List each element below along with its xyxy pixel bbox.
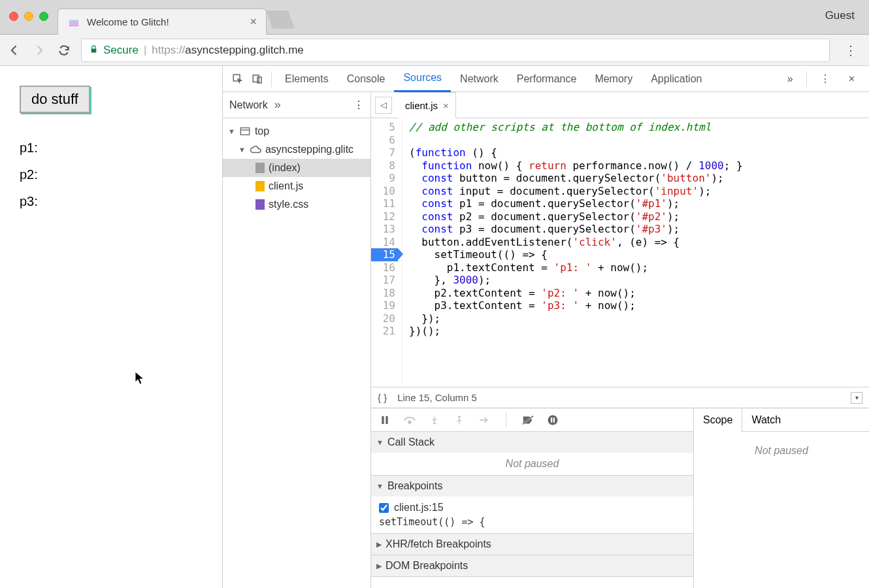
- call-stack-header[interactable]: ▼Call Stack: [371, 432, 693, 453]
- close-window-button[interactable]: [9, 12, 18, 21]
- xhr-breakpoints-header[interactable]: ▶XHR/fetch Breakpoints: [371, 534, 693, 555]
- breakpoints-header[interactable]: ▼Breakpoints: [371, 476, 693, 497]
- call-stack-section: ▼Call Stack Not paused: [371, 432, 693, 476]
- format-button[interactable]: { }: [378, 392, 387, 403]
- deactivate-breakpoints-button[interactable]: [521, 415, 535, 425]
- navigator-menu-button[interactable]: ⋮: [353, 99, 364, 111]
- lock-icon: [90, 44, 98, 56]
- p2-text: p2:: [20, 167, 203, 182]
- step-out-button[interactable]: [452, 414, 467, 426]
- pause-on-exceptions-button[interactable]: [546, 414, 560, 426]
- do-stuff-button[interactable]: do stuff: [20, 86, 90, 113]
- url-text: https://asyncstepping.glitch.me: [152, 44, 303, 57]
- device-toggle-icon[interactable]: [248, 73, 267, 85]
- file-icon: [255, 163, 265, 173]
- tree-root[interactable]: ▼ top: [223, 122, 370, 140]
- pause-button[interactable]: [378, 415, 392, 425]
- breakpoint-snippet: setTimeout(() => {: [379, 514, 685, 528]
- secure-label: Secure: [103, 44, 139, 57]
- devtools-tab-console[interactable]: Console: [338, 66, 395, 92]
- file-name: (index): [269, 162, 301, 174]
- breakpoints-section: ▼Breakpoints client.js:15 setTimeout(() …: [371, 476, 693, 534]
- back-button[interactable]: [7, 42, 22, 58]
- editor-file-tab[interactable]: client.js ×: [399, 92, 456, 118]
- titlebar: Welcome to Glitch! × Guest: [0, 0, 869, 35]
- svg-rect-0: [69, 22, 78, 25]
- devtools-tabs: ElementsConsoleSourcesNetworkPerformance…: [223, 66, 869, 92]
- profile-label[interactable]: Guest: [811, 0, 869, 31]
- chevron-down-icon: ▼: [228, 127, 235, 135]
- svg-rect-6: [240, 128, 249, 135]
- maximize-window-button[interactable]: [39, 12, 48, 21]
- file-row[interactable]: style.css: [223, 195, 370, 214]
- minimize-window-button[interactable]: [24, 12, 33, 21]
- tree-domain-label: asyncstepping.glitc: [265, 144, 353, 155]
- cloud-icon: [250, 145, 261, 154]
- editor-status: { } Line 15, Column 5 ▾: [371, 387, 869, 408]
- tab-title: Welcome to Glitch!: [87, 16, 243, 27]
- svg-rect-17: [553, 417, 555, 423]
- svg-point-15: [548, 415, 558, 425]
- devtools-tab-sources[interactable]: Sources: [394, 66, 451, 92]
- devtools-tab-memory[interactable]: Memory: [585, 66, 642, 92]
- devtools-tab-application[interactable]: Application: [642, 66, 711, 92]
- page-content: do stuff p1: p2: p3:: [0, 66, 223, 588]
- browser-tab[interactable]: Welcome to Glitch! ×: [57, 8, 267, 35]
- close-file-icon[interactable]: ×: [443, 100, 449, 111]
- p3-text: p3:: [20, 194, 203, 209]
- editor-tabs: ◁ client.js ×: [371, 92, 869, 118]
- file-row[interactable]: (index): [223, 159, 370, 177]
- new-tab-button[interactable]: [266, 10, 295, 29]
- devtools-tab-performance[interactable]: Performance: [508, 66, 586, 92]
- step-over-button[interactable]: [402, 415, 417, 425]
- address-bar[interactable]: Secure | https://asyncstepping.glitch.me: [81, 39, 830, 62]
- devtools-tab-elements[interactable]: Elements: [276, 66, 338, 92]
- devtools-menu-button[interactable]: ⋮: [811, 66, 840, 92]
- scope-watch-tabs: Scope Watch: [694, 408, 869, 432]
- navigator-header: Network » ⋮: [223, 92, 370, 118]
- p1-text: p1:: [20, 140, 203, 155]
- navigator-toggle-button[interactable]: ◁: [375, 97, 392, 114]
- navigator-overflow-button[interactable]: »: [274, 98, 281, 112]
- inspect-element-icon[interactable]: [228, 73, 248, 85]
- code-text[interactable]: // add other scripts at the bottom of in…: [402, 118, 743, 387]
- svg-rect-8: [382, 416, 384, 424]
- step-into-button[interactable]: [427, 414, 442, 426]
- step-button[interactable]: [477, 416, 491, 425]
- tree-domain[interactable]: ▼ asyncstepping.glitc: [223, 140, 370, 159]
- coverage-dropdown-icon[interactable]: ▾: [851, 392, 862, 404]
- navigator-mode[interactable]: Network: [229, 99, 268, 111]
- line-gutter[interactable]: 56789101112131415161718192021: [371, 118, 402, 387]
- dom-breakpoints-section: ▶DOM Breakpoints: [371, 555, 693, 577]
- file-name: client.js: [269, 180, 303, 192]
- nav-bar: Secure | https://asyncstepping.glitch.me…: [0, 35, 869, 66]
- tab-close-icon[interactable]: ×: [250, 15, 257, 29]
- chevron-down-icon: ▼: [238, 146, 246, 154]
- dom-breakpoints-header[interactable]: ▶DOM Breakpoints: [371, 555, 693, 576]
- overflow-tabs-button[interactable]: »: [778, 66, 802, 92]
- watch-tab[interactable]: Watch: [742, 408, 790, 432]
- call-stack-body: Not paused: [371, 453, 693, 475]
- devtools-tab-network[interactable]: Network: [451, 66, 508, 92]
- file-icon: [255, 199, 265, 210]
- devtools-close-button[interactable]: ×: [840, 66, 864, 92]
- breakpoint-item[interactable]: client.js:15: [379, 502, 685, 514]
- svg-rect-9: [385, 416, 387, 424]
- tree-root-label: top: [255, 125, 269, 137]
- file-row[interactable]: client.js: [223, 177, 370, 195]
- browser-menu-button[interactable]: ⋮: [839, 42, 862, 58]
- addr-separator: |: [144, 44, 146, 57]
- debug-panels: ▼Call Stack Not paused ▼Breakpoints clie…: [371, 408, 869, 588]
- scope-tab[interactable]: Scope: [694, 408, 742, 432]
- reload-button[interactable]: [56, 42, 72, 58]
- svg-rect-1: [69, 20, 78, 22]
- breakpoint-checkbox[interactable]: [379, 503, 389, 513]
- svg-rect-2: [69, 24, 78, 26]
- svg-point-10: [408, 421, 410, 423]
- debug-right-column: Scope Watch Not paused: [694, 408, 869, 588]
- file-name: style.css: [269, 199, 308, 210]
- forward-button[interactable]: [31, 42, 47, 58]
- devtools: ElementsConsoleSourcesNetworkPerformance…: [223, 66, 869, 588]
- svg-rect-4: [253, 75, 259, 82]
- code-area[interactable]: 56789101112131415161718192021 // add oth…: [371, 118, 869, 387]
